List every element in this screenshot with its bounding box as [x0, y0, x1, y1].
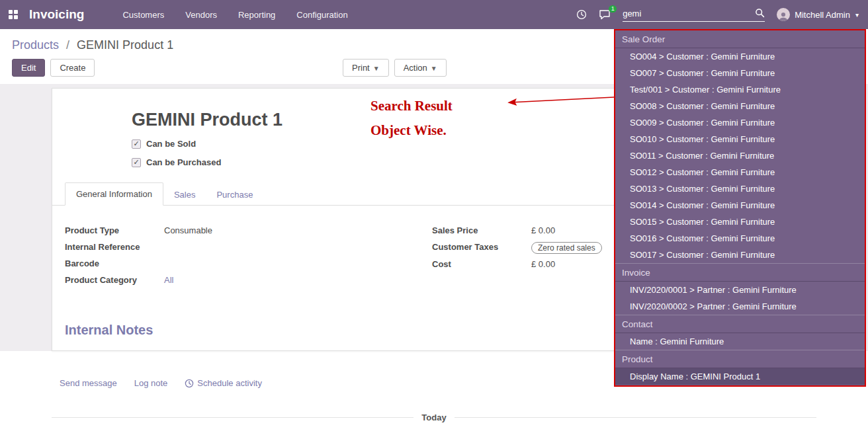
- search-result-item[interactable]: Display Name : GEMINI Product 1: [615, 368, 865, 385]
- systray: 1 Mitchell Admin ▾: [576, 8, 859, 22]
- search-result-item[interactable]: SO013 > Customer : Gemini Furniture: [615, 180, 865, 197]
- field-column-left: Product Type Consumable Internal Referen…: [65, 225, 432, 292]
- search-result-item[interactable]: SO010 > Customer : Gemini Furniture: [615, 131, 865, 147]
- apps-grid-icon[interactable]: [9, 10, 18, 19]
- edit-button[interactable]: Edit: [12, 59, 45, 77]
- annotation-arrow: [501, 93, 617, 108]
- can-be-purchased-checkbox[interactable]: ✓: [132, 158, 141, 167]
- today-divider: Today: [52, 413, 816, 422]
- messages-icon[interactable]: 1: [599, 9, 611, 20]
- search-result-item[interactable]: SO016 > Customer : Gemini Furniture: [615, 230, 865, 247]
- search-results-dropdown: Sale Order SO004 > Customer : Gemini Fur…: [614, 29, 866, 387]
- can-be-sold-checkbox[interactable]: ✓: [132, 139, 141, 149]
- tab-general-information[interactable]: General Information: [65, 182, 163, 206]
- breadcrumb: Products / GEMINI Product 1: [12, 38, 173, 52]
- menu-reporting[interactable]: Reporting: [237, 7, 277, 22]
- field-label: Sales Price: [432, 225, 531, 237]
- field-value: Consumable: [164, 225, 212, 237]
- caret-down-icon: ▼: [373, 65, 380, 72]
- field-label: Product Category: [65, 275, 164, 286]
- search-result-item[interactable]: SO008 > Customer : Gemini Furniture: [615, 98, 865, 114]
- search-result-item[interactable]: Test/001 > Customer : Gemini Furniture: [615, 81, 865, 98]
- global-search-box: [623, 8, 765, 22]
- search-result-item[interactable]: INV/2020/0001 > Partner : Gemini Furnitu…: [615, 282, 865, 298]
- field-label: Product Type: [65, 225, 164, 237]
- section-header-product: Product: [615, 350, 865, 368]
- section-header-contact: Contact: [615, 315, 865, 333]
- annotation-line1: Search Result: [370, 98, 453, 114]
- tab-purchase[interactable]: Purchase: [206, 184, 263, 206]
- action-buttons: Print▼ Action▼: [343, 59, 447, 77]
- menu-vendors[interactable]: Vendors: [184, 7, 218, 22]
- checkmark-icon: ✓: [133, 159, 139, 166]
- print-dropdown-button[interactable]: Print▼: [343, 59, 389, 77]
- breadcrumb-products-link[interactable]: Products: [12, 38, 59, 52]
- section-header-sale-order: Sale Order: [615, 30, 865, 48]
- activities-clock-icon[interactable]: [576, 9, 587, 20]
- create-button[interactable]: Create: [50, 59, 95, 77]
- field-label: Cost: [432, 259, 531, 270]
- field-product-type: Product Type Consumable: [65, 225, 432, 237]
- search-result-item[interactable]: SO009 > Customer : Gemini Furniture: [615, 114, 865, 131]
- field-label: Barcode: [65, 258, 164, 270]
- search-result-item[interactable]: SO011 > Customer : Gemini Furniture: [615, 147, 865, 164]
- field-label: Customer Taxes: [432, 242, 531, 254]
- top-menu-bar: Customers Vendors Reporting Configuratio…: [121, 7, 349, 22]
- product-category-link[interactable]: All: [164, 275, 173, 286]
- section-header-invoice: Invoice: [615, 263, 865, 282]
- messages-badge: 1: [609, 5, 617, 13]
- annotation-line2: Object Wise.: [370, 122, 453, 139]
- field-value: £ 0.00: [531, 225, 555, 237]
- schedule-activity-link[interactable]: Schedule activity: [185, 378, 262, 388]
- today-label: Today: [421, 413, 446, 422]
- log-note-link[interactable]: Log note: [134, 378, 168, 388]
- search-result-item[interactable]: SO017 > Customer : Gemini Furniture: [615, 247, 865, 263]
- send-message-link[interactable]: Send message: [60, 378, 117, 388]
- search-input[interactable]: [623, 9, 755, 19]
- search-result-item[interactable]: Name : Gemini Furniture: [615, 333, 865, 350]
- search-result-item[interactable]: SO007 > Customer : Gemini Furniture: [615, 65, 865, 81]
- tab-sales[interactable]: Sales: [163, 184, 206, 206]
- field-barcode: Barcode: [65, 258, 432, 270]
- menu-customers[interactable]: Customers: [121, 7, 165, 22]
- app-title[interactable]: Invoicing: [29, 7, 84, 22]
- field-product-category: Product Category All: [65, 275, 432, 286]
- clock-icon: [185, 379, 194, 388]
- record-buttons: Edit Create: [12, 59, 95, 77]
- user-name: Mitchell Admin: [795, 10, 850, 20]
- chatter-actions: Send message Log note Schedule activity: [60, 378, 262, 388]
- field-value: £ 0.00: [531, 259, 555, 270]
- field-internal-reference: Internal Reference: [65, 242, 432, 253]
- annotation-text: Search Result Object Wise.: [370, 98, 453, 147]
- search-result-item[interactable]: SO014 > Customer : Gemini Furniture: [615, 197, 865, 214]
- search-icon[interactable]: [755, 8, 765, 20]
- checkmark-icon: ✓: [133, 140, 139, 147]
- search-result-item[interactable]: INV/2020/0002 > Partner : Gemini Furnitu…: [615, 298, 865, 315]
- action-dropdown-button[interactable]: Action▼: [394, 59, 447, 77]
- top-navbar: Invoicing Customers Vendors Reporting Co…: [0, 0, 868, 29]
- breadcrumb-current: GEMINI Product 1: [77, 38, 173, 52]
- can-be-purchased-label: Can be Purchased: [146, 157, 221, 167]
- search-result-item[interactable]: SO004 > Customer : Gemini Furniture: [615, 48, 865, 65]
- search-result-item[interactable]: SO012 > Customer : Gemini Furniture: [615, 164, 865, 180]
- caret-down-icon: ▼: [431, 65, 437, 72]
- can-be-sold-label: Can be Sold: [146, 139, 196, 149]
- caret-down-icon: ▾: [855, 11, 859, 19]
- user-menu[interactable]: Mitchell Admin ▾: [777, 8, 859, 21]
- field-label: Internal Reference: [65, 242, 164, 253]
- customer-taxes-badge[interactable]: Zero rated sales: [531, 242, 602, 254]
- search-result-item[interactable]: SO015 > Customer : Gemini Furniture: [615, 214, 865, 230]
- user-avatar: [777, 8, 790, 21]
- menu-configuration[interactable]: Configuration: [295, 7, 349, 22]
- breadcrumb-separator: /: [66, 38, 69, 52]
